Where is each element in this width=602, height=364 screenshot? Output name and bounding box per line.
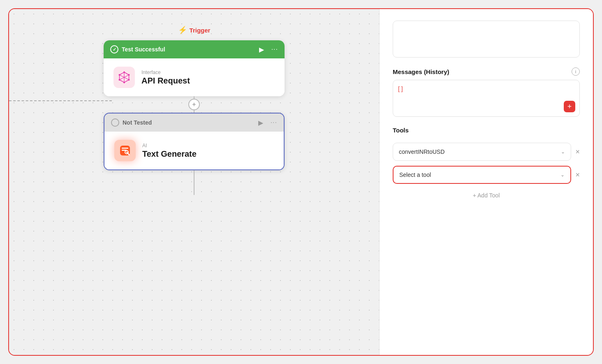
- node2-name: Text Generate: [142, 149, 197, 159]
- add-tool-button[interactable]: + Add Tool: [393, 189, 580, 202]
- circle-empty-icon: [111, 118, 119, 127]
- node2-card[interactable]: Not Tested ▶ ···: [104, 113, 285, 170]
- tool2-placeholder: Select a tool: [399, 172, 431, 178]
- node1-more-button[interactable]: ···: [271, 46, 278, 53]
- canvas-area: ⚡ Trigger ✓ Test Successful ▶: [9, 9, 379, 355]
- add-step-button[interactable]: +: [188, 99, 200, 110]
- node1-type: Interface: [141, 70, 190, 75]
- node1-icon: [113, 67, 135, 88]
- top-text-area[interactable]: [393, 21, 580, 58]
- tools-section: Tools convertINRtoUSD ⌄ × Select a tool …: [393, 127, 580, 202]
- tool1-chevron-icon: ⌄: [561, 149, 565, 155]
- tools-section-header: Tools: [393, 127, 580, 134]
- node1-info: Interface API Request: [141, 70, 190, 86]
- messages-box[interactable]: [ ] +: [393, 80, 580, 117]
- tool1-row: convertINRtoUSD ⌄ ×: [393, 143, 580, 161]
- node2-more-button[interactable]: ···: [271, 119, 277, 126]
- node2-header: Not Tested ▶ ···: [104, 114, 284, 132]
- node1-body: Interface API Request: [104, 58, 285, 96]
- tool2-chevron-icon: ⌄: [560, 172, 565, 178]
- play-icon: ▶: [259, 46, 264, 53]
- node1-play-button[interactable]: ▶: [257, 44, 266, 54]
- node1-header: ✓ Test Successful ▶ ···: [104, 40, 285, 58]
- messages-add-button[interactable]: +: [564, 101, 575, 112]
- tool2-remove-button[interactable]: ×: [575, 171, 580, 179]
- node1-name: API Request: [141, 76, 190, 86]
- messages-section-header: Messages (History) i: [393, 67, 580, 76]
- node2-header-right: ▶ ···: [256, 118, 277, 128]
- node2-type: AI: [142, 143, 197, 148]
- node2-info: AI Text Generate: [142, 143, 197, 159]
- messages-value: [ ]: [398, 86, 403, 92]
- play-icon-2: ▶: [258, 119, 263, 127]
- node1-header-left: ✓ Test Successful: [110, 45, 165, 53]
- messages-section: Messages (History) i [ ] +: [393, 67, 580, 117]
- tool1-value: convertINRtoUSD: [399, 148, 445, 155]
- node1-status: Test Successful: [122, 46, 165, 53]
- messages-info-icon[interactable]: i: [572, 67, 580, 76]
- tool1-select[interactable]: convertINRtoUSD ⌄: [393, 143, 571, 161]
- bolt-icon: ⚡: [178, 26, 187, 35]
- node2-body: AI Text Generate: [104, 132, 284, 169]
- tool2-select[interactable]: Select a tool ⌄: [393, 166, 571, 184]
- check-circle-icon: ✓: [110, 45, 118, 53]
- trigger-label: ⚡ Trigger: [178, 26, 211, 35]
- tool1-remove-button[interactable]: ×: [575, 148, 580, 155]
- tools-title: Tools: [393, 127, 409, 134]
- node2-play-button[interactable]: ▶: [256, 118, 266, 128]
- connector-line: +: [194, 96, 194, 113]
- trigger-text: Trigger: [190, 27, 211, 34]
- info-letter: i: [575, 69, 576, 74]
- node2-header-left: Not Tested: [111, 118, 152, 127]
- canvas-content: ⚡ Trigger ✓ Test Successful ▶: [9, 9, 379, 355]
- node1-header-right: ▶ ···: [257, 44, 278, 54]
- add-tool-label: + Add Tool: [473, 192, 500, 199]
- messages-add-icon: +: [567, 102, 572, 111]
- right-panel: Messages (History) i [ ] + Tools convert…: [379, 9, 593, 355]
- main-container: ⚡ Trigger ✓ Test Successful ▶: [8, 8, 594, 356]
- node2-icon: [114, 140, 136, 161]
- node1-wrapper: ✓ Test Successful ▶ ···: [104, 40, 285, 195]
- svg-rect-10: [122, 148, 128, 149]
- bottom-connector-line: [194, 170, 194, 195]
- node1-card[interactable]: ✓ Test Successful ▶ ···: [104, 40, 285, 96]
- tool2-row: Select a tool ⌄ ×: [393, 166, 580, 184]
- messages-title: Messages (History): [393, 68, 449, 75]
- node2-status: Not Tested: [123, 119, 152, 126]
